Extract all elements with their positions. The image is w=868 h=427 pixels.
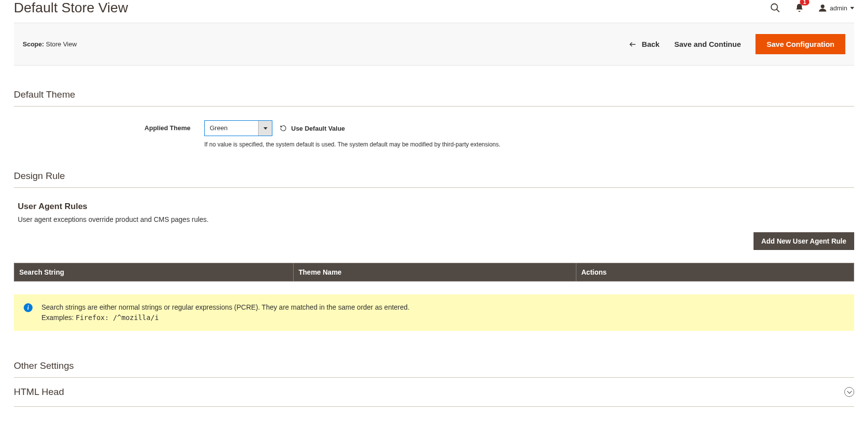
info-line-2: Examples: Firefox: /^mozilla/i (41, 313, 410, 323)
html-head-label: HTML Head (14, 387, 64, 397)
column-theme-name: Theme Name (293, 263, 576, 281)
undo-icon (279, 125, 287, 132)
user-agent-rules-note: User agent exceptions override product a… (14, 215, 854, 223)
action-bar: Scope: Store View Back Save and Continue… (14, 23, 854, 66)
html-head-section-toggle[interactable]: HTML Head (14, 378, 854, 407)
section-other-settings-title: Other Settings (14, 360, 854, 378)
applied-theme-value: Green (205, 121, 258, 136)
info-message: i Search strings are either normal strin… (14, 294, 854, 331)
applied-theme-note: If no value is specified, the system def… (204, 141, 854, 148)
chevron-down-icon (850, 7, 854, 9)
user-agent-table-header: Search String Theme Name Actions (14, 263, 854, 282)
info-icon: i (24, 303, 33, 312)
admin-username: admin (830, 4, 847, 12)
svg-line-1 (776, 9, 779, 12)
save-and-continue-button[interactable]: Save and Continue (674, 40, 741, 48)
applied-theme-select[interactable]: Green (204, 120, 272, 136)
column-actions: Actions (576, 263, 854, 281)
user-agent-rules-title: User Agent Rules (14, 202, 854, 212)
notification-badge: 1 (800, 0, 809, 5)
back-button[interactable]: Back (628, 40, 660, 48)
admin-user-menu[interactable]: admin (818, 3, 854, 12)
info-line-1: Search strings are either normal strings… (41, 302, 410, 313)
section-design-rule-title: Design Rule (14, 171, 854, 188)
applied-theme-label: Applied Theme (14, 120, 204, 132)
select-dropdown-button[interactable] (258, 121, 272, 136)
scope-indicator: Scope: Store View (23, 40, 77, 48)
notifications-button[interactable]: 1 (794, 2, 804, 13)
save-configuration-button[interactable]: Save Configuration (755, 34, 845, 54)
use-default-value-button[interactable]: Use Default Value (279, 125, 345, 132)
search-icon[interactable] (770, 2, 781, 13)
section-default-theme-title: Default Theme (14, 89, 854, 107)
svg-point-2 (821, 4, 825, 8)
user-icon (818, 3, 827, 12)
page-title: Default Store View (14, 0, 128, 16)
chevron-down-icon (264, 127, 267, 130)
add-new-user-agent-rule-button[interactable]: Add New User Agent Rule (754, 232, 854, 250)
column-search-string: Search String (14, 263, 293, 281)
arrow-left-icon (628, 41, 637, 48)
expand-icon (844, 387, 854, 397)
svg-point-0 (771, 4, 777, 10)
